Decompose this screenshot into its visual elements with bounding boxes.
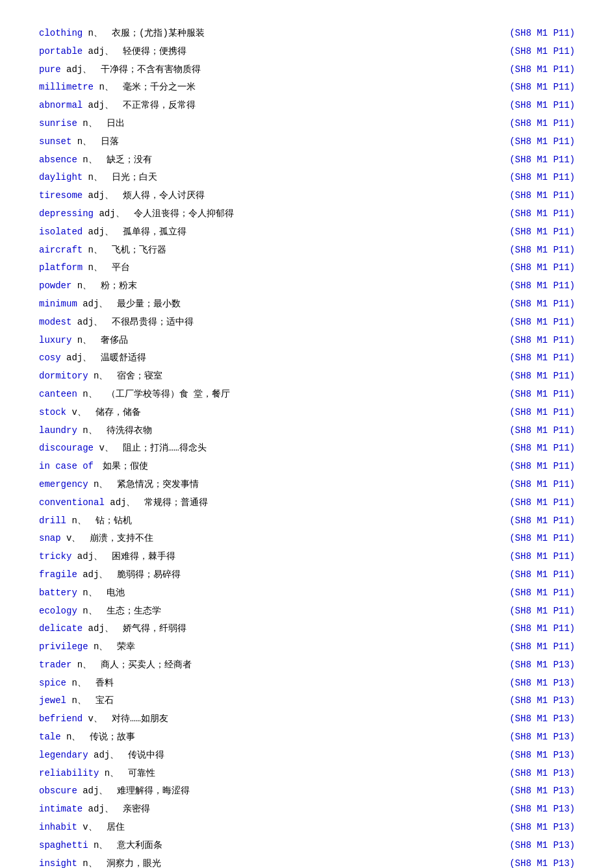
vocab-entry: spaghetti n、 意大利面条	[39, 838, 509, 854]
vocab-word: legendary	[39, 750, 88, 760]
vocab-entry: sunset n、 日落	[39, 134, 509, 150]
vocab-pos: n、	[83, 172, 103, 182]
vocab-meaning: 居住	[97, 822, 125, 832]
vocab-entry: conventional adj、 常规得；普通得	[39, 495, 509, 511]
vocab-pos: n、	[77, 858, 97, 868]
vocab-word: cosy	[39, 353, 61, 363]
vocab-meaning: 储存，储备	[86, 407, 141, 417]
vocab-meaning: 香料	[86, 678, 114, 688]
vocab-meaning: 常规得；普通得	[135, 497, 208, 508]
vocab-word: tale	[39, 732, 61, 742]
vocab-meaning: 干净得；不含有害物质得	[92, 64, 201, 75]
vocab-word: luxury	[39, 335, 71, 345]
vocab-meaning: 粉；粉末	[92, 280, 137, 291]
vocab-word: canteen	[39, 389, 77, 399]
vocab-ref: (SH8 M1 P11)	[509, 153, 575, 168]
vocab-pos: adj、	[61, 353, 92, 363]
vocab-meaning: 可靠性	[119, 768, 155, 778]
vocab-row: battery n、 电池(SH8 M1 P11)	[39, 586, 575, 601]
vocab-row: snap v、 崩溃，支持不住(SH8 M1 P11)	[39, 531, 575, 547]
vocab-meaning: 荣幸	[108, 641, 135, 652]
vocab-entry: cosy adj、 温暖舒适得	[39, 351, 509, 366]
vocab-word: snap	[39, 533, 61, 543]
vocab-row: spaghetti n、 意大利面条(SH8 M1 P13)	[39, 838, 575, 854]
vocab-ref: (SH8 M1 P11)	[509, 586, 575, 601]
vocab-ref: (SH8 M1 P11)	[509, 387, 575, 403]
vocab-word: dormitory	[39, 371, 88, 381]
vocab-pos: n、	[77, 155, 97, 165]
vocab-ref: (SH8 M1 P11)	[509, 477, 575, 493]
vocab-meaning: 传说；故事	[81, 732, 135, 742]
vocab-word: inhabit	[39, 822, 77, 832]
vocab-row: conventional adj、 常规得；普通得(SH8 M1 P11)	[39, 495, 575, 511]
vocab-row: trader n、 商人；买卖人；经商者(SH8 M1 P13)	[39, 658, 575, 673]
vocab-row: sunrise n、 日出(SH8 M1 P11)	[39, 116, 575, 132]
vocab-entry: powder n、 粉；粉末	[39, 279, 509, 294]
vocab-meaning: 衣服；(尤指)某种服装	[103, 28, 205, 38]
vocab-meaning: 阻止；打消……得念头	[114, 443, 207, 453]
vocab-entry: befriend v、 对待……如朋友	[39, 712, 509, 727]
vocab-ref: (SH8 M1 P11)	[509, 26, 575, 42]
vocab-ref: (SH8 M1 P13)	[509, 693, 575, 709]
vocab-pos: n、	[88, 371, 109, 381]
vocab-row: abnormal adj、 不正常得，反常得(SH8 M1 P11)	[39, 98, 575, 114]
vocab-ref: (SH8 M1 P11)	[509, 279, 575, 294]
vocab-pos: n、	[88, 479, 109, 490]
vocab-word: ecology	[39, 606, 77, 616]
vocab-meaning: 紧急情况；突发事情	[108, 479, 199, 490]
vocab-meaning: 不正常得，反常得	[114, 100, 196, 110]
vocab-word: clothing	[39, 28, 83, 38]
vocab-meaning: 轻便得；便携得	[114, 46, 186, 56]
vocab-ref: (SH8 M1 P11)	[509, 116, 575, 132]
vocab-pos: v、	[77, 822, 97, 832]
vocab-entry: ecology n、 生态；生态学	[39, 604, 509, 619]
vocab-row: isolated adj、 孤单得，孤立得(SH8 M1 P11)	[39, 225, 575, 240]
vocab-row: pure adj、 干净得；不含有害物质得(SH8 M1 P11)	[39, 62, 575, 78]
vocab-word: powder	[39, 280, 71, 291]
vocab-pos: n、	[83, 262, 103, 273]
vocab-ref: (SH8 M1 P11)	[509, 260, 575, 276]
vocab-entry: millimetre n、 毫米；千分之一米	[39, 80, 509, 95]
vocab-word: sunrise	[39, 118, 77, 129]
vocab-word: depressing	[39, 208, 94, 219]
vocab-ref: (SH8 M1 P13)	[509, 658, 575, 673]
vocab-ref: (SH8 M1 P13)	[509, 820, 575, 836]
vocab-word: conventional	[39, 497, 105, 508]
vocab-meaning: 待洗得衣物	[97, 425, 152, 436]
vocab-pos: adj、	[83, 46, 114, 56]
vocab-pos: n、	[88, 641, 109, 652]
vocab-row: aircraft n、 飞机；飞行器(SH8 M1 P11)	[39, 243, 575, 258]
vocab-pos: adj、	[77, 299, 109, 309]
vocab-row: tiresome adj、 烦人得，令人讨厌得(SH8 M1 P11)	[39, 188, 575, 204]
vocab-row: minimum adj、 最少量；最小数(SH8 M1 P11)	[39, 297, 575, 312]
vocab-entry: in case of 如果；假使	[39, 459, 509, 475]
vocab-meaning: 日光；白天	[103, 172, 157, 182]
vocab-ref: (SH8 M1 P11)	[509, 604, 575, 619]
vocab-entry: spice n、 香料	[39, 676, 509, 691]
vocab-word: befriend	[39, 713, 83, 724]
vocab-word: tiresome	[39, 190, 83, 201]
vocab-meaning: 困难得，棘手得	[103, 551, 175, 562]
vocab-pos: adj、	[83, 227, 114, 237]
vocab-pos: n、	[71, 280, 92, 291]
vocab-meaning: 最少量；最小数	[108, 299, 181, 309]
vocab-meaning: 脆弱得；易碎得	[108, 569, 181, 580]
vocab-row: tale n、 传说；故事(SH8 M1 P13)	[39, 730, 575, 745]
vocab-meaning: 电池	[97, 588, 125, 598]
vocab-entry: discourage v、 阻止；打消……得念头	[39, 441, 509, 456]
vocab-entry: canteen n、 （工厂学校等得）食 堂，餐厅	[39, 387, 509, 403]
vocab-pos: n、	[66, 515, 86, 526]
vocab-row: portable adj、 轻便得；便携得(SH8 M1 P11)	[39, 44, 575, 60]
vocab-word: portable	[39, 46, 83, 56]
vocab-row: clothing n、 衣服；(尤指)某种服装(SH8 M1 P11)	[39, 26, 575, 42]
vocab-word: abnormal	[39, 100, 83, 110]
vocab-pos: adj、	[83, 100, 114, 110]
vocab-row: intimate adj、 亲密得(SH8 M1 P13)	[39, 802, 575, 817]
vocab-entry: emergency n、 紧急情况；突发事情	[39, 477, 509, 493]
vocab-meaning: 难理解得，晦涩得	[108, 786, 190, 796]
vocab-meaning: 对待……如朋友	[103, 713, 168, 724]
vocab-row: inhabit v、 居住(SH8 M1 P13)	[39, 820, 575, 836]
vocab-meaning: 传说中得	[119, 750, 164, 760]
vocab-entry: reliability n、 可靠性	[39, 766, 509, 782]
vocab-word: sunset	[39, 136, 71, 147]
